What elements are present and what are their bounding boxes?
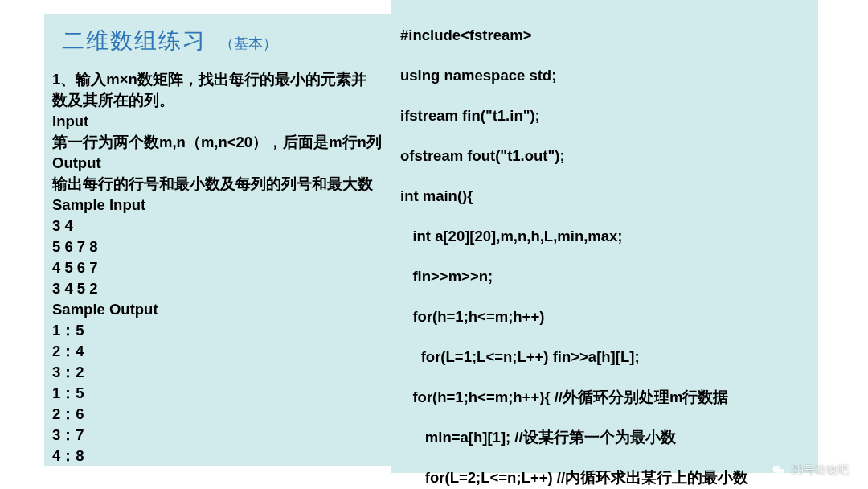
problem-line: 输出每行的行号和最小数及每列的列号和最大数: [52, 174, 398, 195]
code-line: for(L=2;L<=n;L++) //内循环求出某行上的最小数: [400, 467, 818, 487]
code-line: ifstream fin("t1.in");: [400, 105, 818, 125]
problem-line: Input: [52, 111, 398, 132]
problem-line: 3：2: [52, 362, 398, 383]
watermark-text: 29号造物吧: [791, 463, 849, 478]
slide-title: 二维数组练习: [62, 26, 207, 56]
code-line: for(L=1;L<=n;L++) fin>>a[h][L];: [400, 347, 818, 367]
code-line: using namespace std;: [400, 65, 818, 85]
problem-line: Output: [52, 153, 398, 174]
code-line: #include<fstream>: [400, 25, 818, 45]
code-line: min=a[h][1]; //设某行第一个为最小数: [400, 427, 818, 447]
code-line: for(h=1;h<=m;h++): [400, 306, 818, 327]
code-line: int main(){: [400, 186, 818, 206]
code-line: int a[20][20],m,n,h,L,min,max;: [400, 226, 818, 246]
problem-line: 3：7: [52, 425, 398, 446]
problem-line: Sample Output: [52, 299, 398, 320]
code-block: #include<fstream> using namespace std; i…: [400, 5, 818, 489]
problem-line: 5 6 7 8: [52, 236, 398, 257]
slide: 二维数组练习 （基本） 1、输入m×n数矩阵，找出每行的最小的元素并 数及其所在…: [0, 0, 868, 489]
code-line: for(h=1;h<=m;h++){ //外循环分别处理m行数据: [400, 387, 818, 407]
problem-text: 1、输入m×n数矩阵，找出每行的最小的元素并 数及其所在的列。 Input 第一…: [52, 69, 398, 466]
code-line: ofstream fout("t1.out");: [400, 146, 818, 166]
problem-line: 3 4 5 2: [52, 278, 398, 299]
problem-line: 第一行为两个数m,n（m,n<20），后面是m行n列: [52, 132, 398, 153]
problem-line: 1：5: [52, 383, 398, 404]
code-line: fin>>m>>n;: [400, 266, 818, 286]
problem-line: 3 4: [52, 216, 398, 236]
problem-line: 1、输入m×n数矩阵，找出每行的最小的元素并: [52, 69, 398, 90]
wechat-icon: [772, 463, 786, 478]
problem-line: 数及其所在的列。: [52, 90, 398, 111]
problem-line: 2：6: [52, 404, 398, 425]
watermark: 29号造物吧: [772, 463, 849, 478]
problem-line: Sample Input: [52, 195, 398, 216]
problem-line: 2：4: [52, 341, 398, 362]
problem-line: 4：8: [52, 446, 398, 466]
right-panel: #include<fstream> using namespace std; i…: [391, 0, 818, 473]
slide-subtitle: （基本）: [219, 34, 277, 53]
problem-line: 4 5 6 7: [52, 257, 398, 278]
left-panel: 二维数组练习 （基本） 1、输入m×n数矩阵，找出每行的最小的元素并 数及其所在…: [44, 14, 398, 466]
svg-point-1: [779, 469, 785, 475]
problem-line: 1：5: [52, 320, 398, 341]
